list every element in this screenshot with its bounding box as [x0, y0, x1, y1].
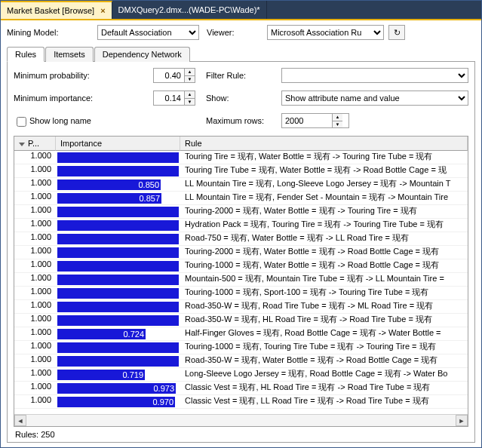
mining-model-select[interactable]: Default Association — [97, 25, 199, 40]
min-prob-label: Minimum probability: — [14, 71, 90, 80]
grid-header: P... Importance Rule — [14, 137, 468, 151]
cell-rule: Touring-1000 = 现有, Sport-100 = 现有 -> Tou… — [180, 287, 468, 299]
close-icon[interactable]: × — [100, 6, 105, 15]
table-row[interactable]: 1.0000.973Classic Vest = 现有, HL Road Tir… — [14, 382, 468, 395]
spin-up-icon[interactable]: ▲ — [185, 69, 195, 76]
refresh-icon: ↻ — [394, 28, 401, 38]
cell-rule: Classic Vest = 现有, HL Road Tire = 现有 -> … — [180, 382, 468, 394]
cell-probability: 1.000 — [14, 205, 56, 218]
table-row[interactable]: 1.0001...Touring Tire Tube = 现有, Water B… — [14, 164, 468, 178]
cell-probability: 1.000 — [14, 287, 56, 299]
refresh-button[interactable]: ↻ — [388, 25, 405, 40]
cell-probability: 1.000 — [14, 354, 56, 367]
col-header-importance[interactable]: Importance — [56, 137, 180, 151]
table-row[interactable]: 1.0001...Touring-2000 = 现有, Water Bottle… — [14, 205, 468, 219]
show-long-name-checkbox[interactable] — [17, 117, 26, 127]
table-row[interactable]: 1.0000.970Classic Vest = 现有, LL Road Tir… — [14, 395, 468, 409]
cell-importance: 1... — [56, 219, 180, 232]
cell-importance: 0.970 — [56, 395, 180, 408]
subtab-dependency-network[interactable]: Dependency Network — [94, 47, 190, 62]
cell-rule: Road-350-W = 现有, Road Tire Tube = 现有 -> … — [180, 300, 468, 313]
tab-label: Market Basket [Browse] — [7, 6, 94, 15]
cell-probability: 1.000 — [14, 382, 56, 394]
min-imp-input[interactable] — [154, 91, 184, 105]
horizontal-scrollbar[interactable]: ◄ ► — [14, 414, 468, 426]
spin-down-icon[interactable]: ▼ — [333, 121, 342, 128]
scroll-right-icon[interactable]: ► — [456, 415, 468, 426]
spin-up-icon[interactable]: ▲ — [185, 91, 195, 99]
table-row[interactable]: 1.0000.857LL Mountain Tire = 现有, Fender … — [14, 192, 468, 205]
cell-importance: 1... — [56, 287, 180, 299]
show-select[interactable]: Show attribute name and value — [281, 91, 468, 106]
table-row[interactable]: 1.0000.719Long-Sleeve Logo Jersey = 现有, … — [14, 368, 468, 382]
table-row[interactable]: 1.0001...Road-350-W = 现有, HL Road Tire =… — [14, 314, 468, 327]
cell-importance: 0.850 — [56, 178, 180, 191]
col-header-rule[interactable]: Rule — [180, 137, 468, 151]
scroll-left-icon[interactable]: ◄ — [14, 415, 26, 426]
cell-rule: Classic Vest = 现有, LL Road Tire = 现有 -> … — [180, 395, 468, 408]
show-long-name-label: Show long name — [29, 116, 91, 125]
min-prob-spinner[interactable]: ▲▼ — [153, 68, 195, 83]
table-row[interactable]: 1.0000.850LL Mountain Tire = 现有, Long-Sl… — [14, 178, 468, 192]
cell-importance: 1... — [56, 259, 180, 272]
grid-body[interactable]: 1.0001...Touring Tire = 现有, Water Bottle… — [14, 151, 468, 414]
cell-rule: Long-Sleeve Logo Jersey = 现有, Road Bottl… — [180, 368, 468, 381]
min-imp-spinner[interactable]: ▲▼ — [153, 91, 195, 106]
cell-probability: 1.000 — [14, 395, 56, 408]
cell-importance: 0.857 — [56, 192, 180, 204]
table-row[interactable]: 1.0001...Road-350-W = 现有, Road Tire Tube… — [14, 300, 468, 314]
filters: Minimum probability: ▲▼ Filter Rule: Min… — [14, 68, 468, 131]
rules-grid: P... Importance Rule 1.0001...Touring Ti… — [14, 136, 468, 427]
subtab-rules[interactable]: Rules — [7, 47, 45, 62]
table-row[interactable]: 1.0001...Hydration Pack = 现有, Touring Ti… — [14, 219, 468, 232]
cell-importance: 1... — [56, 341, 180, 354]
table-row[interactable]: 1.0001...Touring-1000 = 现有, Sport-100 = … — [14, 287, 468, 300]
table-row[interactable]: 1.0001...Touring-1000 = 现有, Touring Tire… — [14, 341, 468, 354]
table-row[interactable]: 1.0001...Road-350-W = 现有, Water Bottle =… — [14, 354, 468, 368]
tab-dmxquery[interactable]: DMXQuery2.dmx...(WADE-PC\Wade)* — [112, 1, 267, 19]
table-row[interactable]: 1.0001...Touring Tire = 现有, Water Bottle… — [14, 151, 468, 164]
subtab-itemsets[interactable]: Itemsets — [45, 47, 94, 62]
max-rows-input[interactable] — [282, 114, 332, 127]
min-prob-input[interactable] — [154, 69, 184, 82]
viewer-label: Viewer: — [207, 28, 244, 37]
spin-down-icon[interactable]: ▼ — [185, 99, 195, 106]
cell-importance: 1... — [56, 232, 180, 245]
cell-importance: 1... — [56, 246, 180, 259]
cell-importance: 1... — [56, 164, 180, 177]
cell-probability: 1.000 — [14, 151, 56, 164]
cell-rule: Touring Tire = 现有, Water Bottle = 现有 -> … — [180, 151, 468, 164]
cell-probability: 1.000 — [14, 368, 56, 381]
spin-down-icon[interactable]: ▼ — [185, 76, 195, 83]
spin-up-icon[interactable]: ▲ — [333, 114, 342, 121]
cell-probability: 1.000 — [14, 327, 56, 340]
cell-rule: Touring-2000 = 现有, Water Bottle = 现有 -> … — [180, 246, 468, 259]
table-row[interactable]: 1.0001...Mountain-500 = 现有, Mountain Tir… — [14, 273, 468, 287]
tab-label: DMXQuery2.dmx...(WADE-PC\Wade)* — [118, 5, 260, 14]
cell-importance: 1... — [56, 354, 180, 367]
rules-panel: Minimum probability: ▲▼ Filter Rule: Min… — [7, 62, 475, 443]
min-imp-label: Minimum importance: — [14, 94, 93, 103]
filter-rule-label: Filter Rule: — [206, 71, 246, 80]
cell-importance: 0.719 — [56, 368, 180, 381]
max-rows-spinner[interactable]: ▲▼ — [281, 113, 349, 128]
tab-market-basket[interactable]: Market Basket [Browse] × — [1, 1, 112, 19]
cell-probability: 1.000 — [14, 246, 56, 259]
table-row[interactable]: 1.0001...Road-750 = 现有, Water Bottle = 现… — [14, 232, 468, 246]
table-row[interactable]: 1.0001...Touring-2000 = 现有, Water Bottle… — [14, 246, 468, 259]
col-header-probability[interactable]: P... — [14, 137, 56, 151]
cell-importance: 1... — [56, 151, 180, 164]
cell-rule: Touring-2000 = 现有, Water Bottle = 现有 -> … — [180, 205, 468, 218]
cell-probability: 1.000 — [14, 259, 56, 272]
cell-rule: Road-350-W = 现有, Water Bottle = 现有 -> Ro… — [180, 354, 468, 367]
table-row[interactable]: 1.0001...Touring-1000 = 现有, Water Bottle… — [14, 259, 468, 273]
filter-rule-select[interactable] — [281, 68, 468, 83]
cell-importance: 1... — [56, 300, 180, 313]
scroll-track[interactable] — [26, 415, 456, 426]
mining-model-label: Mining Model: — [7, 28, 97, 37]
cell-importance: 0.724 — [56, 327, 180, 340]
cell-probability: 1.000 — [14, 192, 56, 204]
viewer-select[interactable]: Microsoft Association Ru — [267, 25, 384, 40]
subtabs: Rules Itemsets Dependency Network — [7, 46, 475, 62]
table-row[interactable]: 1.0000.724Half-Finger Gloves = 现有, Road … — [14, 327, 468, 341]
